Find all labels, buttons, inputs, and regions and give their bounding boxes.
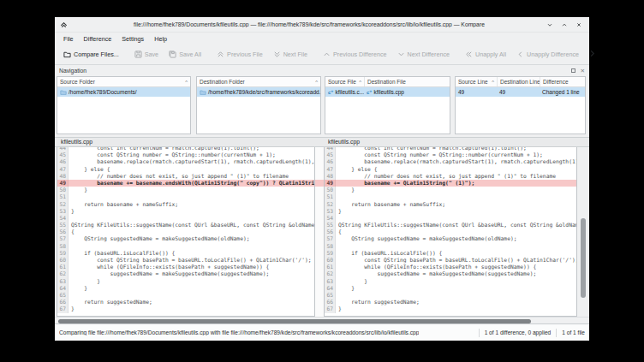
line-number: 47 xyxy=(325,166,336,173)
line-number: 64 xyxy=(325,285,336,292)
vertical-scrollbar[interactable] xyxy=(579,147,587,317)
line-text: basename.replace(rmatch.capturedStart(1)… xyxy=(69,158,314,165)
code-line: 53 } xyxy=(325,208,576,215)
line-text: // number does not exist, so just append… xyxy=(69,173,289,180)
menu-help[interactable]: Help xyxy=(149,35,172,43)
unapply-all-button[interactable]: Unapply All xyxy=(460,48,511,61)
code-line: 52 return basename + nameSuffix; xyxy=(325,201,576,208)
line-number: 64 xyxy=(57,285,69,292)
previous-difference-button[interactable]: Previous Difference xyxy=(318,48,392,61)
maximize-button[interactable] xyxy=(561,21,568,28)
line-text: } xyxy=(336,285,355,292)
cpp-file-icon: c⁺ xyxy=(328,89,334,95)
close-button[interactable] xyxy=(575,21,582,28)
file-row[interactable]: c⁺ kfileutils.c... c⁺ kfileutils.cpp xyxy=(325,87,450,97)
menu-settings[interactable]: Settings xyxy=(116,35,149,43)
line-text xyxy=(336,193,338,200)
line-number: 51 xyxy=(325,193,336,200)
close-dock-icon[interactable]: ✕ xyxy=(581,68,585,73)
line-text xyxy=(336,243,338,250)
code-line: 58 xyxy=(57,243,314,250)
kompare-window: file:///home/fhek789/Documents/kfileutil… xyxy=(55,17,589,341)
unapply-difference-button[interactable]: Unapply Difference xyxy=(511,48,584,61)
destination-folder-list: Destination Folder ^ /home/fhek789/kde/s… xyxy=(196,76,321,134)
toolbar-overflow-button[interactable] xyxy=(584,48,600,61)
code-line: 54 xyxy=(325,215,576,222)
double-chevron-left-icon xyxy=(465,50,473,58)
minimize-button[interactable] xyxy=(546,21,553,28)
line-text: const QString number = QString::number(c… xyxy=(336,151,543,158)
line-number: 59 xyxy=(325,250,336,257)
sort-caret-icon: ^ xyxy=(490,80,494,85)
folder-icon xyxy=(60,89,67,96)
code-line: 54 xyxy=(57,215,314,222)
line-number: 52 xyxy=(57,201,69,208)
destination-file-name: kfileutils.cpp xyxy=(374,89,404,95)
line-number: 57 xyxy=(57,235,69,242)
vertical-scrollbar-thumb[interactable] xyxy=(581,218,586,298)
code-line: 57 QString suggestedName = makeSuggested… xyxy=(325,235,576,242)
statusbar: Comparing file file:///home/fhek789/Docu… xyxy=(55,323,589,341)
line-number: 46 xyxy=(57,158,69,165)
line-number: 48 xyxy=(57,173,69,180)
right-pane-filename: kfileutils.cpp xyxy=(328,139,360,145)
line-number: 67 xyxy=(325,306,336,312)
code-line: 66 return suggestedName; xyxy=(325,299,576,306)
code-line: 64 } xyxy=(325,285,576,292)
line-number: 49 xyxy=(57,180,69,187)
line-text xyxy=(336,215,338,222)
source-folder-header[interactable]: Source Folder ^ xyxy=(57,77,190,86)
destination-diff-pane[interactable]: 44 const int currentNum = rmatch.capture… xyxy=(324,147,577,317)
menu-file[interactable]: File xyxy=(58,35,79,43)
next-difference-label: Next Difference xyxy=(408,50,450,58)
code-line: 50 } xyxy=(57,187,314,193)
line-text: basename.replace(rmatch.capturedStart(1)… xyxy=(336,158,576,165)
line-text: } xyxy=(69,285,87,292)
save-button[interactable]: Save xyxy=(129,48,164,61)
source-diff-pane[interactable]: 44 const int currentNum = rmatch.capture… xyxy=(57,147,315,317)
horizontal-scrollbar[interactable] xyxy=(55,317,589,323)
line-number: 61 xyxy=(325,264,336,270)
titlebar[interactable]: file:///home/fhek789/Documents/kfileutil… xyxy=(55,17,589,33)
source-line-header[interactable]: Source Line ^ xyxy=(456,77,497,86)
navigation-dock-titlebar: Navigation ✕ xyxy=(55,65,589,76)
unapply-difference-label: Unapply Difference xyxy=(527,50,579,58)
window-title: file:///home/fhek789/Documents/kfileutil… xyxy=(80,21,538,27)
code-line: 56 { xyxy=(325,228,576,235)
code-line: 46 basename.replace(rmatch.capturedStart… xyxy=(325,158,576,165)
line-number: 63 xyxy=(325,278,336,285)
source-folder-list: Source Folder ^ /home/fhek789/Documents/ xyxy=(57,76,191,134)
difference-row[interactable]: 49 49 Changed 1 line xyxy=(456,87,585,97)
menu-difference[interactable]: Difference xyxy=(79,35,117,43)
diff-connector-gutter xyxy=(315,147,324,317)
line-text: const QString basePath = baseURL.toLocal… xyxy=(336,257,576,264)
save-all-button[interactable]: Save All xyxy=(164,48,206,61)
double-chevron-up-icon xyxy=(217,50,224,58)
source-folder-row[interactable]: /home/fhek789/Documents/ xyxy=(57,87,190,97)
code-line: 45 const QString number = QString::numbe… xyxy=(57,151,314,158)
code-line: 58 xyxy=(325,243,576,250)
horizontal-scrollbar-thumb[interactable] xyxy=(58,319,531,323)
chevron-left-icon xyxy=(516,50,524,58)
code-line: 53 } xyxy=(57,208,314,215)
line-text: return suggestedName; xyxy=(69,299,152,306)
destination-folder-header[interactable]: Destination Folder ^ xyxy=(197,77,320,86)
float-dock-icon[interactable] xyxy=(571,68,575,73)
previous-file-label: Previous File xyxy=(227,50,263,58)
line-text xyxy=(69,215,71,222)
compare-files-button[interactable]: Compare Files... xyxy=(58,48,124,61)
previous-file-button[interactable]: Previous File xyxy=(212,48,268,61)
line-number: 50 xyxy=(325,187,336,193)
destination-folder-row[interactable]: /home/fhek789/kde/src/frameworks/kcoread… xyxy=(197,87,320,97)
source-file-header[interactable]: Source File ^ xyxy=(325,77,364,86)
chevron-down-icon xyxy=(397,50,405,58)
destination-line-header[interactable]: Destination Line xyxy=(497,77,540,86)
next-file-button[interactable]: Next File xyxy=(268,48,313,61)
destination-file-header[interactable]: Destination File xyxy=(364,77,450,86)
next-difference-button[interactable]: Next Difference xyxy=(392,48,455,61)
difference-header[interactable]: Difference xyxy=(540,77,585,86)
line-text: if (baseURL.isLocalFile()) { xyxy=(336,250,442,257)
code-line: 62 suggestedName = makeSuggestedName(sug… xyxy=(325,270,576,277)
code-line: 48 // number does not exist, so just app… xyxy=(325,173,576,180)
toolbar: Compare Files... Save Save All Previous … xyxy=(55,45,589,65)
